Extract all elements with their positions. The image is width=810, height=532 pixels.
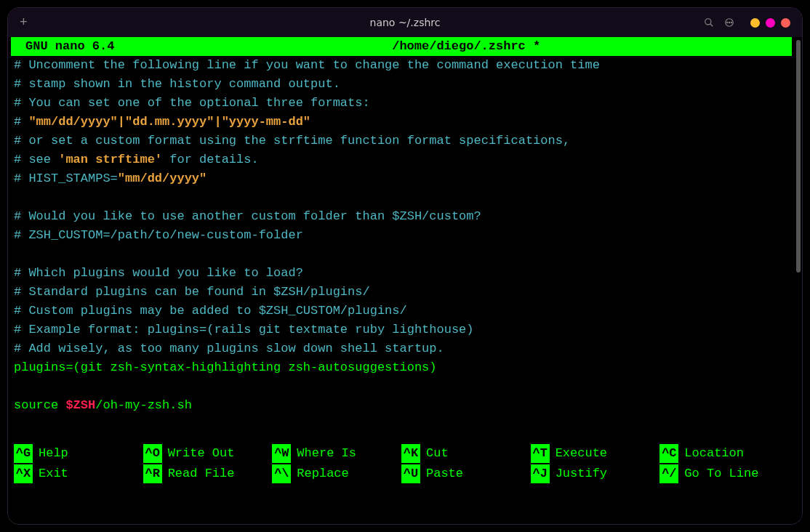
editor-line: # bbox=[14, 115, 28, 129]
editor-line: # or set a custom format using the strft… bbox=[14, 134, 570, 148]
editor-line: # Uncomment the following line if you wa… bbox=[14, 58, 600, 72]
editor-line: "mm/dd/yyyy"|"dd.mm.yyyy"|"yyyy-mm-dd" bbox=[28, 115, 310, 129]
new-tab-button[interactable]: + bbox=[20, 15, 28, 30]
shortcut-read-file[interactable]: ^RRead File bbox=[143, 464, 273, 483]
editor-line: /oh-my-zsh.sh bbox=[95, 398, 192, 412]
editor-line: "mm/dd/yyyy" bbox=[118, 172, 206, 185]
search-icon[interactable] bbox=[704, 17, 714, 28]
titlebar-controls bbox=[704, 17, 790, 28]
shortcut-execute[interactable]: ^TExecute bbox=[531, 444, 660, 463]
nano-version: GNU nano 6.4 bbox=[14, 37, 114, 56]
shortcut-go-to-line[interactable]: ^/Go To Line bbox=[659, 464, 789, 483]
terminal-window: + nano ~/.zshrc GNU nano 6.4 /home/diego… bbox=[7, 7, 803, 525]
editor-line: # You can set one of the optional three … bbox=[14, 96, 370, 110]
shortcut-cut[interactable]: ^KCut bbox=[401, 444, 531, 463]
close-button[interactable] bbox=[781, 18, 790, 28]
editor-line: # ZSH_CUSTOM=/path/to/new-custom-folder bbox=[14, 228, 303, 242]
scrollbar[interactable] bbox=[795, 37, 802, 524]
terminal-area[interactable]: GNU nano 6.4 /home/diego/.zshrc * # Unco… bbox=[8, 37, 802, 524]
titlebar: + nano ~/.zshrc bbox=[8, 8, 802, 37]
minimize-button[interactable] bbox=[750, 18, 760, 28]
svg-point-0 bbox=[705, 19, 711, 25]
shortcut-justify[interactable]: ^JJustify bbox=[531, 464, 660, 483]
shortcut-location[interactable]: ^CLocation bbox=[659, 444, 789, 463]
scrollbar-thumb[interactable] bbox=[796, 40, 801, 273]
editor-line: # stamp shown in the history command out… bbox=[14, 77, 340, 91]
editor-line: # Which plugins would you like to load? bbox=[14, 266, 303, 280]
svg-point-5 bbox=[731, 22, 731, 23]
nano-filename: /home/diego/.zshrc * bbox=[114, 37, 789, 56]
editor-line: 'man strftime' bbox=[58, 153, 162, 166]
maximize-button[interactable] bbox=[766, 18, 775, 28]
svg-point-3 bbox=[727, 22, 728, 23]
editor-line: # see bbox=[14, 153, 58, 166]
editor-line: # Custom plugins may be added to $ZSH_CU… bbox=[14, 304, 407, 318]
shortcut-exit[interactable]: ^XExit bbox=[14, 464, 143, 483]
editor-line: source bbox=[14, 398, 65, 412]
editor-line: # HIST_STAMPS= bbox=[14, 172, 118, 185]
editor-line: plugins=(git zsh-syntax-highlighting zsh… bbox=[14, 360, 437, 374]
shortcut-paste[interactable]: ^UPaste bbox=[401, 464, 531, 483]
shortcut-help[interactable]: ^GHelp bbox=[14, 444, 143, 463]
editor-line: # Standard plugins can be found in $ZSH/… bbox=[14, 285, 370, 299]
editor-line: for details. bbox=[162, 153, 259, 166]
editor-line: $ZSH bbox=[65, 398, 95, 412]
menu-icon[interactable] bbox=[724, 17, 734, 28]
shortcut-write-out[interactable]: ^OWrite Out bbox=[143, 444, 273, 463]
nano-shortcuts-row-1: ^GHelp ^OWrite Out ^WWhere Is ^KCut ^TEx… bbox=[11, 444, 792, 464]
editor-line: # Add wisely, as too many plugins slow d… bbox=[14, 342, 444, 355]
traffic-lights bbox=[750, 18, 790, 28]
shortcut-replace[interactable]: ^\Replace bbox=[272, 464, 401, 483]
editor-line: # Example format: plugins=(rails git tex… bbox=[14, 323, 474, 336]
editor-line: # Would you like to use another custom f… bbox=[14, 209, 481, 223]
shortcut-where-is[interactable]: ^WWhere Is bbox=[272, 444, 401, 463]
nano-header: GNU nano 6.4 /home/diego/.zshrc * bbox=[11, 37, 792, 56]
svg-point-4 bbox=[729, 22, 729, 23]
svg-line-1 bbox=[710, 24, 713, 27]
window-title: nano ~/.zshrc bbox=[370, 17, 441, 28]
nano-shortcuts-row-2: ^XExit ^RRead File ^\Replace ^UPaste ^JJ… bbox=[11, 464, 792, 485]
terminal-content: GNU nano 6.4 /home/diego/.zshrc * # Unco… bbox=[8, 37, 795, 524]
